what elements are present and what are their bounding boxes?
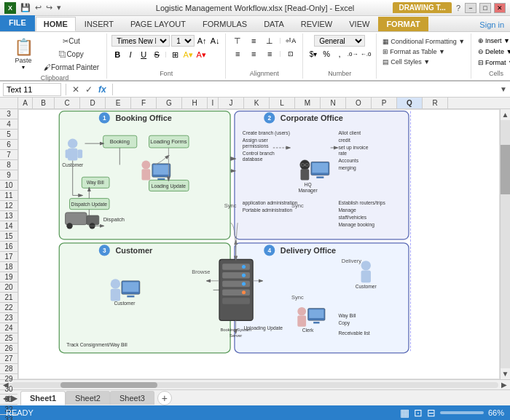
sheet-tab-2[interactable]: Sheet2 bbox=[66, 391, 110, 405]
col-header-O[interactable]: O bbox=[346, 98, 372, 108]
normal-view-btn[interactable]: ▦ bbox=[400, 407, 409, 419]
tab-file[interactable]: FILE bbox=[0, 15, 35, 31]
paste-btn[interactable]: 📋 Paste ▾ bbox=[7, 35, 39, 73]
copy-btn[interactable]: ⿻ Copy bbox=[41, 48, 102, 60]
formula-expand-btn[interactable]: ▼ bbox=[500, 85, 507, 93]
customize-quick-btn[interactable]: ▾ bbox=[55, 3, 63, 12]
scroll-right-btn[interactable]: ▶ bbox=[500, 381, 509, 389]
h-scroll-track[interactable] bbox=[12, 382, 498, 388]
col-header-Q[interactable]: Q bbox=[397, 98, 423, 108]
fx-btn[interactable]: fx bbox=[97, 84, 108, 95]
font-family-select[interactable]: Times New R bbox=[111, 35, 170, 47]
vertical-scrollbar[interactable]: ▲ ▼ bbox=[500, 109, 510, 379]
percent-btn[interactable]: % bbox=[321, 48, 332, 60]
v-scroll-track[interactable] bbox=[501, 120, 510, 368]
border-btn[interactable]: ⊞ bbox=[169, 49, 181, 60]
tab-formulas[interactable]: FORMULAS bbox=[195, 17, 255, 31]
col-header-G[interactable]: G bbox=[157, 98, 182, 108]
undo-quick-btn[interactable]: ↩ bbox=[34, 3, 43, 12]
help-btn[interactable]: ? bbox=[455, 4, 462, 12]
bottom-align-btn[interactable]: ⊥ bbox=[262, 35, 277, 47]
prev-sheet-btn[interactable]: ◀ bbox=[3, 393, 9, 403]
col-header-P[interactable]: P bbox=[372, 98, 397, 108]
svg-rect-7 bbox=[66, 150, 71, 159]
col-header-E[interactable]: E bbox=[106, 98, 131, 108]
formula-input[interactable] bbox=[117, 83, 497, 96]
sheet-tab-3[interactable]: Sheet3 bbox=[110, 391, 154, 405]
name-box[interactable]: Text 11 bbox=[3, 83, 61, 96]
underline-btn[interactable]: U bbox=[138, 49, 149, 60]
page-layout-view-btn[interactable]: ⊡ bbox=[414, 407, 423, 419]
next-sheet-btn[interactable]: ▶ bbox=[11, 393, 17, 403]
tab-insert[interactable]: INSERT bbox=[76, 17, 122, 31]
page-break-view-btn[interactable]: ⊟ bbox=[427, 407, 436, 419]
increase-decimal-btn[interactable]: .0→ bbox=[347, 48, 358, 60]
tab-home[interactable]: HOME bbox=[36, 17, 76, 31]
bold-btn[interactable]: B bbox=[111, 49, 123, 60]
tab-review[interactable]: REVIEW bbox=[293, 17, 340, 31]
minimize-btn[interactable]: − bbox=[465, 3, 476, 13]
zoom-slider[interactable] bbox=[440, 411, 484, 414]
merge-btn[interactable]: ⊡ bbox=[283, 48, 298, 60]
currency-btn[interactable]: $▾ bbox=[307, 48, 319, 60]
tab-page-layout[interactable]: PAGE LAYOUT bbox=[122, 17, 194, 31]
format-as-table-btn[interactable]: ⊞ Format as Table ▼ bbox=[381, 47, 466, 56]
h-scroll-thumb[interactable] bbox=[60, 382, 158, 388]
top-align-btn[interactable]: ⊤ bbox=[230, 35, 245, 47]
add-sheet-btn[interactable]: + bbox=[157, 391, 172, 405]
scroll-down-btn[interactable]: ▼ bbox=[501, 368, 510, 379]
close-btn[interactable]: ✕ bbox=[494, 3, 506, 13]
confirm-formula-btn[interactable]: ✓ bbox=[84, 84, 94, 95]
sheet-content[interactable]: Booking Office 1 Customer Booking Loadin… bbox=[18, 109, 500, 379]
decrease-decimal-btn[interactable]: ←.0 bbox=[360, 48, 372, 60]
increase-font-btn[interactable]: A↑ bbox=[196, 35, 208, 47]
left-align-btn[interactable]: ≡ bbox=[230, 48, 245, 60]
font-color-btn[interactable]: A▾ bbox=[195, 49, 207, 60]
col-header-H[interactable]: H bbox=[182, 98, 208, 108]
col-header-C[interactable]: C bbox=[55, 98, 80, 108]
col-header-B[interactable]: B bbox=[33, 98, 55, 108]
col-header-J[interactable]: J bbox=[219, 98, 244, 108]
col-header-A[interactable]: A bbox=[18, 98, 33, 108]
number-format-select[interactable]: General bbox=[314, 35, 365, 47]
conditional-formatting-btn[interactable]: ▦ Conditional Formatting ▼ bbox=[381, 37, 466, 46]
col-header-R[interactable]: R bbox=[423, 98, 448, 108]
format-painter-btn[interactable]: 🖌 Format Painter bbox=[41, 61, 102, 73]
decrease-font-btn[interactable]: A↓ bbox=[209, 35, 221, 47]
tab-data[interactable]: DATA bbox=[256, 17, 292, 31]
right-align-btn[interactable]: ≡ bbox=[262, 48, 277, 60]
comma-btn[interactable]: , bbox=[334, 48, 345, 60]
scroll-left-btn[interactable]: ◀ bbox=[1, 381, 10, 389]
scroll-up-btn[interactable]: ▲ bbox=[501, 109, 510, 120]
col-header-M[interactable]: M bbox=[295, 98, 321, 108]
sign-in-btn[interactable]: Sign in bbox=[474, 18, 510, 31]
strikethrough-btn[interactable]: S bbox=[151, 49, 162, 60]
save-quick-btn[interactable]: 💾 bbox=[19, 3, 32, 12]
horizontal-scrollbar[interactable]: ◀ ▶ bbox=[0, 379, 510, 389]
cancel-formula-btn[interactable]: ✕ bbox=[71, 84, 81, 95]
center-align-btn[interactable]: ≡ bbox=[246, 48, 261, 60]
italic-btn[interactable]: I bbox=[125, 49, 136, 60]
col-header-N[interactable]: N bbox=[321, 98, 346, 108]
tab-view[interactable]: VIEW bbox=[341, 17, 377, 31]
col-header-D[interactable]: D bbox=[80, 98, 106, 108]
middle-align-btn[interactable]: ≡ bbox=[246, 35, 261, 47]
col-header-K[interactable]: K bbox=[244, 98, 270, 108]
format-cells-btn[interactable]: ⊟ Format ▼ bbox=[476, 58, 510, 68]
col-header-F[interactable]: F bbox=[131, 98, 157, 108]
sheet-tab-1[interactable]: Sheet1 bbox=[20, 391, 66, 405]
ready-label: READY bbox=[6, 408, 34, 417]
wrap-text-btn[interactable]: ⏎A bbox=[283, 35, 298, 47]
cut-btn[interactable]: ✂ Cut bbox=[41, 35, 102, 47]
cell-styles-btn[interactable]: ▤ Cell Styles ▼ bbox=[381, 58, 466, 66]
col-header-L[interactable]: L bbox=[270, 98, 295, 108]
restore-btn[interactable]: □ bbox=[479, 3, 491, 13]
fill-color-btn[interactable]: A▾ bbox=[182, 49, 194, 60]
v-scroll-thumb[interactable] bbox=[501, 145, 510, 194]
col-header-I[interactable]: I bbox=[208, 98, 219, 108]
delete-cells-btn[interactable]: ⊖ Delete ▼ bbox=[476, 47, 510, 57]
font-size-select[interactable]: 12.1 bbox=[171, 35, 195, 47]
redo-quick-btn[interactable]: ↪ bbox=[44, 3, 54, 12]
insert-cells-btn[interactable]: ⊕ Insert ▼ bbox=[476, 36, 510, 46]
tab-format[interactable]: FORMAT bbox=[378, 17, 428, 31]
